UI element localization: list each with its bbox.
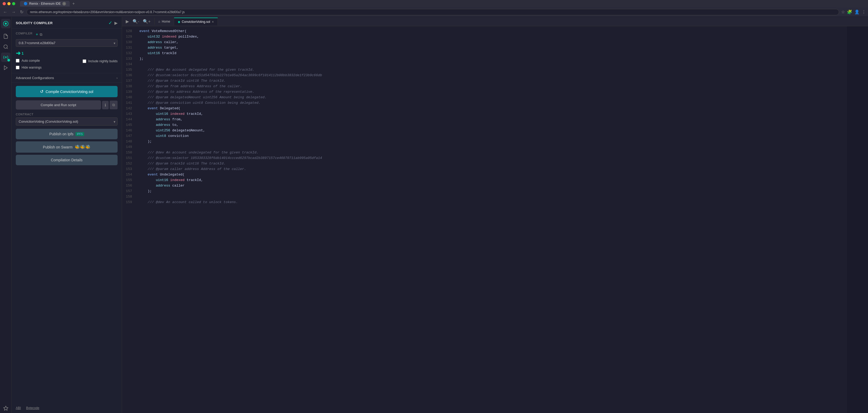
tab-close-btn[interactable]: × — [62, 2, 66, 5]
tab-conviction-voting[interactable]: ◆ ConvictionVoting.sol × — [174, 18, 218, 26]
minimap — [847, 26, 868, 413]
editor-area: ▶ 🔍- 🔍+ ⌂ Home ◆ ConvictionVoting.sol × … — [122, 17, 868, 413]
ipfs-badge: IPFS — [75, 132, 84, 136]
contract-select[interactable]: ConvictionVoting (ConvictionVoting.sol) — [16, 117, 118, 126]
hide-warnings-label: Hide warnings — [22, 66, 41, 69]
address-text: remix.ethereum.org/#optimize=false&runs=… — [30, 10, 185, 14]
run-btn[interactable]: ▶ — [124, 18, 130, 25]
nightly-builds-label: Include nightly builds — [88, 59, 118, 63]
expand-icon[interactable]: ▶ — [115, 21, 118, 26]
address-bar[interactable]: remix.ethereum.org/#optimize=false&runs=… — [27, 9, 839, 15]
compile-run-info-btn[interactable]: ℹ — [102, 101, 108, 109]
compile-button[interactable]: ↺ Compile ConvictionVoting.sol — [16, 86, 118, 97]
bookmark-icon[interactable]: ☆ — [841, 9, 845, 14]
reload-btn[interactable]: ↻ — [19, 9, 25, 15]
home-icon: ⌂ — [158, 20, 160, 23]
publish-ipfs-label: Publish on Ipfs — [49, 132, 73, 136]
compile-run-label: Compile and Run script — [40, 103, 76, 107]
bottom-links: ABI Bytecode — [11, 403, 122, 413]
editor-toolbar: ▶ 🔍- 🔍+ — [122, 18, 155, 25]
compiler-select-wrapper: 0.8.7+commit.e28d00a7 ▾ — [16, 39, 118, 47]
sidebar-item-search[interactable] — [1, 42, 10, 51]
compiler-badge — [7, 59, 10, 62]
compile-run-row: Compile and Run script ℹ ⧉ — [16, 100, 118, 109]
sol-file-icon: ◆ — [178, 20, 180, 24]
editor-tabs: ▶ 🔍- 🔍+ ⌂ Home ◆ ConvictionVoting.sol × — [122, 17, 868, 26]
auto-compile-label: Auto compile — [22, 59, 40, 63]
annotation-1: ➜ 1 — [16, 50, 41, 57]
tab-favicon: 🔵 — [24, 2, 28, 5]
menu-icon[interactable]: ⋮ — [862, 9, 866, 14]
sidebar-item-compiler[interactable] — [1, 53, 10, 62]
checkboxes-section: ➜ 1 Auto compile Hide warnings Include n… — [11, 50, 122, 73]
compile-btn-label: Compile ConvictionVoting.sol — [45, 90, 93, 94]
contract-section: CONTRACT ConvictionVoting (ConvictionVot… — [11, 113, 122, 129]
compiler-version-select[interactable]: 0.8.7+commit.e28d00a7 — [16, 39, 118, 47]
tab-home[interactable]: ⌂ Home — [155, 18, 174, 25]
auto-compile-checkbox[interactable] — [16, 59, 20, 63]
close-window-btn[interactable] — [3, 2, 6, 5]
file-tab-label: ConvictionVoting.sol — [182, 20, 210, 24]
add-file-icon[interactable]: + — [36, 32, 38, 37]
sidebar-item-logo[interactable] — [1, 19, 10, 28]
browser-toolbar-icons: ☆ 🧩 👤 ⋮ — [841, 9, 866, 14]
line-numbers: 128 129 130 131 132 133 134 135 136 137 … — [122, 26, 135, 413]
svg-marker-5 — [4, 66, 7, 70]
forward-btn[interactable]: → — [10, 9, 17, 15]
compile-refresh-icon: ↺ — [40, 89, 43, 94]
annotation-1-num: 1 — [22, 51, 24, 56]
titlebar: 🔵 Remix - Ethereum IDE × + — [0, 0, 868, 7]
browser-tab[interactable]: 🔵 Remix - Ethereum IDE × — [20, 1, 70, 7]
compilation-details-label: Compilation Details — [51, 158, 83, 162]
compile-run-button[interactable]: Compile and Run script — [16, 100, 101, 109]
compile-btn-container: ↺ Compile ConvictionVoting.sol 2 ➜ — [16, 86, 118, 97]
compile-run-copy-btn[interactable]: ⧉ — [110, 101, 118, 109]
panel-header: SOLIDITY COMPILER ✓ ▶ — [11, 17, 122, 29]
compilation-details-button[interactable]: Compilation Details — [16, 155, 118, 165]
icon-sidebar — [0, 17, 11, 413]
publish-swarm-label: Publish on Swarm — [43, 145, 72, 149]
new-tab-btn[interactable]: + — [70, 0, 77, 7]
action-buttons: Publish on Ipfs IPFS Publish on Swarm 🐝🐝… — [11, 129, 122, 165]
teal-arrow-1-icon: ➜ — [16, 50, 21, 57]
back-btn[interactable]: ← — [2, 9, 8, 15]
hide-warnings-checkbox[interactable] — [16, 66, 20, 69]
contract-label: CONTRACT — [16, 113, 118, 116]
traffic-lights — [3, 2, 15, 5]
advanced-configs-row[interactable]: Advanced Configurations › — [11, 73, 122, 83]
code-container: 128 129 130 131 132 133 134 135 136 137 … — [122, 26, 868, 413]
zoom-out-btn[interactable]: 🔍- — [131, 18, 141, 25]
hide-warnings-row: Hide warnings — [16, 66, 41, 69]
code-content[interactable]: event VoteRemovedOther( uint32 indexed p… — [135, 26, 847, 413]
compiler-label: COMPILER — [16, 32, 33, 35]
swarm-icon: 🐝🐝🐝 — [75, 144, 91, 149]
bytecode-link[interactable]: Bytecode — [26, 406, 39, 410]
nightly-builds-checkbox[interactable] — [83, 59, 86, 63]
publish-ipfs-button[interactable]: Publish on Ipfs IPFS — [16, 129, 118, 139]
tab-close-icon[interactable]: × — [212, 20, 214, 24]
profile-icon[interactable]: 👤 — [854, 9, 860, 14]
svg-marker-6 — [3, 406, 8, 410]
zoom-in-btn[interactable]: 🔍+ — [141, 18, 152, 25]
panel-title: SOLIDITY COMPILER — [16, 21, 53, 25]
contract-select-wrapper: ConvictionVoting (ConvictionVoting.sol) … — [16, 117, 118, 126]
copy-file-icon[interactable]: ⧉ — [40, 32, 42, 37]
check-icon[interactable]: ✓ — [108, 20, 112, 26]
sidebar-item-files[interactable] — [1, 32, 10, 41]
panel-sidebar: SOLIDITY COMPILER ✓ ▶ COMPILER + ⧉ 0.8.7… — [11, 17, 122, 413]
address-bar-row: ← → ↻ remix.ethereum.org/#optimize=false… — [0, 7, 868, 17]
nightly-builds-row: Include nightly builds — [83, 59, 118, 63]
abi-link[interactable]: ABI — [16, 406, 21, 410]
compiler-section: COMPILER + ⧉ 0.8.7+commit.e28d00a7 ▾ — [11, 29, 122, 50]
svg-point-4 — [5, 57, 6, 58]
publish-swarm-button[interactable]: Publish on Swarm 🐝🐝🐝 — [16, 141, 118, 152]
extensions-icon[interactable]: 🧩 — [847, 9, 852, 14]
minimize-window-btn[interactable] — [7, 2, 10, 5]
home-tab-label: Home — [162, 20, 170, 23]
auto-compile-row: Auto compile — [16, 59, 41, 63]
maximize-window-btn[interactable] — [12, 2, 15, 5]
compiler-row: COMPILER + ⧉ — [16, 32, 118, 37]
panel-header-actions: ✓ ▶ — [108, 20, 118, 26]
sidebar-item-plugins[interactable] — [1, 404, 10, 413]
sidebar-item-deploy[interactable] — [1, 63, 10, 72]
